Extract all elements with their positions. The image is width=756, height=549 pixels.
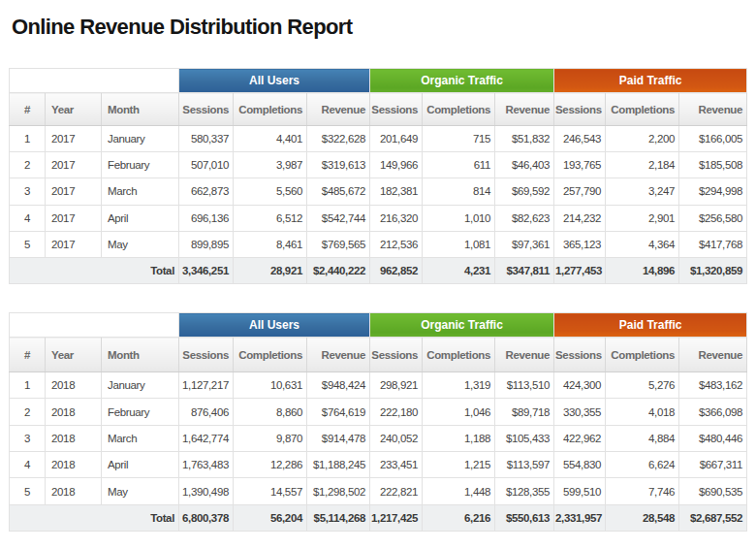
completions-paid-cell: 6,624 — [606, 452, 679, 478]
column-header-sessions-paid: Sessions — [554, 338, 606, 372]
row-number-cell: 3 — [10, 425, 46, 451]
revenue-paid-cell: $185,508 — [679, 152, 747, 178]
revenue-all-cell: $542,744 — [307, 205, 370, 231]
sessions-all-cell: 507,010 — [179, 152, 234, 178]
year-cell: 2018 — [46, 478, 102, 504]
column-header-month: Month — [102, 93, 179, 126]
total-completions-organic-cell: 4,231 — [423, 257, 495, 283]
column-header-revenue-paid: Revenue — [679, 93, 747, 126]
column-header-row: # Year Month Sessions Completions Revenu… — [10, 93, 747, 126]
completions-organic-cell: 814 — [423, 178, 495, 205]
column-header-sessions-all: Sessions — [179, 338, 234, 372]
revenue-organic-cell: $69,592 — [495, 178, 554, 205]
revenue-all-cell: $948,424 — [307, 372, 370, 399]
sessions-organic-cell: 298,921 — [370, 372, 423, 399]
total-completions-all-cell: 56,204 — [234, 504, 307, 531]
month-cell: January — [102, 126, 179, 152]
total-completions-paid-cell: 14,896 — [606, 257, 679, 283]
month-cell: April — [102, 205, 179, 231]
column-header-completions-paid: Completions — [606, 338, 679, 372]
year-cell: 2017 — [46, 205, 102, 231]
group-header-row: All Users Organic Traffic Paid Traffic — [10, 313, 747, 338]
table-row: 22018February876,4068,860$764,619222,180… — [10, 399, 747, 425]
sessions-organic-cell: 149,966 — [370, 152, 423, 178]
group-header-paid-traffic: Paid Traffic — [554, 69, 747, 93]
revenue-all-cell: $769,565 — [307, 231, 370, 257]
table-row: 22017February507,0103,987$319,613149,966… — [10, 152, 747, 178]
revenue-organic-cell: $128,355 — [495, 478, 554, 504]
column-header-year: Year — [46, 93, 102, 126]
sessions-paid-cell: 257,790 — [554, 178, 606, 205]
sessions-paid-cell: 214,232 — [554, 205, 606, 231]
sessions-all-cell: 580,337 — [179, 126, 234, 152]
revenue-paid-cell: $417,768 — [679, 231, 747, 257]
revenue-all-cell: $1,298,502 — [307, 478, 370, 504]
completions-all-cell: 8,860 — [234, 399, 307, 425]
sessions-paid-cell: 330,355 — [554, 399, 606, 425]
total-row: Total6,800,37856,204$5,114,2681,217,4256… — [10, 504, 747, 531]
year-cell: 2017 — [46, 126, 102, 152]
year-cell: 2018 — [46, 452, 102, 478]
column-header-row: # Year Month Sessions Completions Revenu… — [10, 338, 747, 372]
column-header-completions-all: Completions — [234, 338, 307, 372]
sessions-all-cell: 662,873 — [179, 178, 234, 205]
completions-organic-cell: 1,081 — [423, 231, 495, 257]
completions-all-cell: 9,870 — [234, 425, 307, 451]
sessions-all-cell: 1,642,774 — [179, 425, 234, 451]
sessions-all-cell: 1,763,483 — [179, 452, 234, 478]
total-revenue-organic-cell: $347,811 — [495, 257, 554, 283]
month-cell: April — [102, 452, 179, 478]
column-header-revenue-paid: Revenue — [679, 338, 747, 372]
row-number-cell: 5 — [10, 478, 46, 504]
column-header-completions-all: Completions — [234, 93, 307, 126]
row-number-cell: 3 — [10, 178, 46, 205]
revenue-organic-cell: $105,433 — [495, 425, 554, 451]
column-header-sessions-organic: Sessions — [370, 338, 423, 372]
row-number-cell: 5 — [10, 231, 46, 257]
month-cell: May — [102, 478, 179, 504]
column-header-year: Year — [46, 338, 102, 372]
table-row: 42018April1,763,48312,286$1,188,245233,4… — [10, 452, 747, 478]
revenue-paid-cell: $294,998 — [679, 178, 747, 205]
total-sessions-paid-cell: 1,277,453 — [554, 257, 606, 283]
revenue-organic-cell: $46,403 — [495, 152, 554, 178]
column-header-sessions-organic: Sessions — [370, 93, 423, 126]
completions-paid-cell: 5,276 — [606, 372, 679, 399]
sessions-organic-cell: 212,536 — [370, 231, 423, 257]
table-row: 12018January1,127,21710,631$948,424298,9… — [10, 372, 747, 399]
completions-organic-cell: 1,188 — [423, 425, 495, 451]
group-header-all-users: All Users — [179, 313, 370, 338]
month-cell: February — [102, 399, 179, 425]
completions-organic-cell: 715 — [423, 126, 495, 152]
sessions-paid-cell: 422,962 — [554, 425, 606, 451]
row-number-cell: 4 — [10, 452, 46, 478]
revenue-paid-cell: $667,311 — [679, 452, 747, 478]
completions-organic-cell: 1,319 — [423, 372, 495, 399]
column-header-revenue-all: Revenue — [307, 338, 370, 372]
sessions-all-cell: 876,406 — [179, 399, 234, 425]
column-header-completions-paid: Completions — [606, 93, 679, 126]
revenue-paid-cell: $256,580 — [679, 205, 747, 231]
month-cell: February — [102, 152, 179, 178]
completions-paid-cell: 2,184 — [606, 152, 679, 178]
year-cell: 2018 — [46, 425, 102, 451]
total-revenue-organic-cell: $550,613 — [495, 504, 554, 531]
sessions-paid-cell: 554,830 — [554, 452, 606, 478]
column-header-month: Month — [102, 338, 179, 372]
revenue-organic-cell: $51,832 — [495, 126, 554, 152]
completions-all-cell: 3,987 — [234, 152, 307, 178]
completions-organic-cell: 1,046 — [423, 399, 495, 425]
group-header-organic-traffic: Organic Traffic — [370, 69, 554, 93]
table-row: 42017April696,1366,512$542,744216,3201,0… — [10, 205, 747, 231]
column-header-revenue-organic: Revenue — [495, 93, 554, 126]
year-cell: 2018 — [46, 399, 102, 425]
completions-organic-cell: 1,215 — [423, 452, 495, 478]
total-completions-all-cell: 28,921 — [234, 257, 307, 283]
month-cell: March — [102, 178, 179, 205]
table-row: 52018May1,390,49814,557$1,298,502222,821… — [10, 478, 747, 504]
month-cell: March — [102, 425, 179, 451]
total-label: Total — [10, 504, 179, 531]
revenue-organic-cell: $97,361 — [495, 231, 554, 257]
completions-organic-cell: 1,448 — [423, 478, 495, 504]
completions-organic-cell: 611 — [423, 152, 495, 178]
